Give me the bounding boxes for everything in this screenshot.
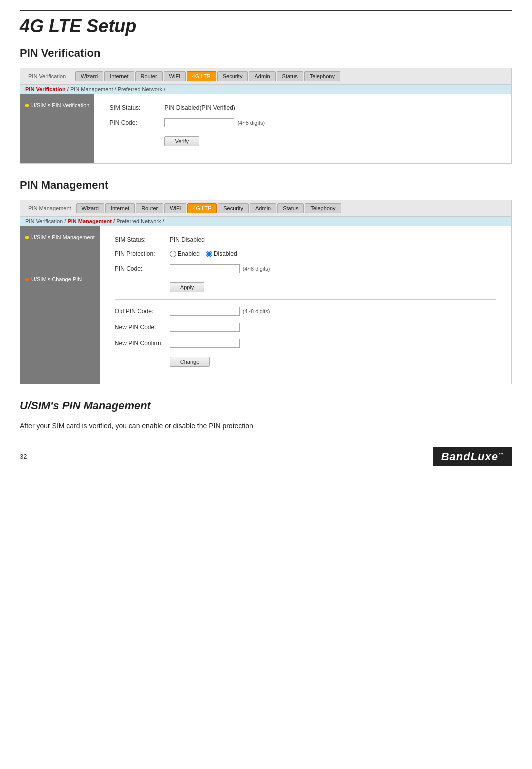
sim-status-row: SIM Status: PIN Disabled(PIN Verified) — [110, 104, 496, 112]
verify-button[interactable]: Verify — [164, 136, 200, 146]
tab-telephony-1[interactable]: Telephony — [304, 72, 340, 82]
sidebar-item-label: U/SIM's PIN Verification — [32, 102, 90, 108]
pin-protection-enabled-text: Enabled — [178, 250, 200, 258]
mgmt-pin-code-label: PIN Code: — [115, 266, 170, 272]
breadcrumb-pin-management[interactable]: PIN Management / — [70, 86, 118, 92]
verify-btn-row: Verify — [110, 134, 496, 146]
mgmt-sim-status-value: PIN Disabled — [170, 236, 205, 244]
pin-code-label: PIN Code: — [110, 120, 164, 126]
tab-internet-1[interactable]: Internet — [104, 72, 134, 82]
page-title: 4G LTE Setup — [20, 16, 512, 37]
old-pin-label: Old PIN Code: — [115, 308, 170, 315]
mgmt-pin-code-input[interactable] — [170, 264, 240, 274]
tab-admin-2[interactable]: Admin — [250, 204, 276, 214]
usim-pin-management-heading: U/SIM's PIN Management — [20, 400, 512, 412]
tab-telephony-2[interactable]: Telephony — [305, 204, 341, 214]
mgmt-sim-status-row: SIM Status: PIN Disabled — [115, 236, 496, 244]
tab-internet-2[interactable]: Internet — [106, 204, 135, 214]
section-pin-verification-title: PIN Verification — [20, 47, 512, 60]
mgmt-pin-protection-label: PIN Protection: — [115, 250, 170, 258]
pin-protection-enabled-label[interactable]: Enabled — [170, 250, 200, 258]
sidebar-item-label-change: U/SIM's Change PIN — [32, 276, 82, 282]
mgmt-pin-code-hint: (4~8 digits) — [243, 266, 270, 272]
pin-management-content: U/SIM's PIN Management U/SIM's Change PI… — [20, 226, 512, 384]
pin-protection-disabled-label[interactable]: Disabled — [206, 250, 238, 258]
tab-wifi-1[interactable]: WiFi — [164, 72, 186, 82]
change-btn-row: Change — [115, 355, 496, 367]
pin-verification-form: SIM Status: PIN Disabled(PIN Verified) P… — [94, 94, 512, 164]
pin-verification-panel: PIN Verification Wizard Internet Router … — [20, 68, 512, 164]
sidebar-item-label-mgmt: U/SIM's PIN Management — [32, 234, 95, 240]
tab-router-1[interactable]: Router — [136, 72, 163, 82]
breadcrumb-preferred-network[interactable]: Preferred Network / — [118, 86, 166, 92]
tab-status-2[interactable]: Status — [278, 204, 304, 214]
pin-code-row: PIN Code: (4~8 digits) — [110, 118, 496, 128]
tab-wizard-1[interactable]: Wizard — [76, 72, 104, 82]
dot-icon — [26, 104, 29, 108]
form-divider — [115, 300, 496, 300]
tab-wifi-2[interactable]: WiFi — [164, 204, 186, 214]
new-pin-confirm-label: New PIN Confirm: — [115, 340, 170, 347]
new-pin-confirm-input[interactable] — [170, 339, 240, 348]
old-pin-input[interactable] — [170, 307, 240, 316]
pin-verification-sidebar: U/SIM's PIN Verification — [20, 94, 94, 164]
pin-management-nav-label: PIN Management — [24, 202, 76, 214]
pin-management-navbar: PIN Management Wizard Internet Router Wi… — [20, 200, 512, 217]
tab-wizard-2[interactable]: Wizard — [76, 204, 104, 214]
tab-router-2[interactable]: Router — [136, 204, 164, 214]
brand-tm: ™ — [498, 452, 504, 457]
new-pin-confirm-row: New PIN Confirm: — [115, 339, 496, 348]
tab-4glte-1[interactable]: 4G LTE — [187, 72, 216, 82]
section-pin-management-title: PIN Management — [20, 179, 512, 192]
sidebar-item-usim-pin-management[interactable]: U/SIM's PIN Management — [20, 232, 100, 244]
new-pin-input[interactable] — [170, 323, 240, 332]
pin-verification-nav-label: PIN Verification — [24, 70, 74, 82]
pin-verification-content: U/SIM's PIN Verification SIM Status: PIN… — [20, 94, 512, 164]
mgmt-pin-code-row: PIN Code: (4~8 digits) — [115, 264, 496, 274]
brand-name: BandLuxe™ — [442, 450, 504, 464]
tab-admin-1[interactable]: Admin — [249, 72, 276, 82]
pin-protection-radio-group: Enabled Disabled — [170, 250, 238, 258]
pin-protection-disabled-radio[interactable] — [206, 251, 212, 258]
breadcrumb-pin-verification[interactable]: PIN Verification / — [26, 86, 69, 92]
new-pin-label: New PIN Code: — [115, 324, 170, 331]
brand-logo: BandLuxe™ — [434, 448, 512, 466]
tab-security-2[interactable]: Security — [218, 204, 249, 214]
pin-protection-enabled-radio[interactable] — [170, 251, 176, 258]
brand-text: BandLuxe — [442, 450, 498, 463]
footer: 32 BandLuxe™ — [20, 448, 512, 466]
old-pin-row: Old PIN Code: (4~8 digits) — [115, 307, 496, 316]
pin-management-panel: PIN Management Wizard Internet Router Wi… — [20, 200, 512, 384]
dot-icon-mgmt — [26, 236, 29, 240]
change-button[interactable]: Change — [170, 357, 210, 367]
page-number: 32 — [20, 453, 27, 460]
mgmt-pin-protection-row: PIN Protection: Enabled Disabled — [115, 250, 496, 258]
apply-btn-row: Apply — [115, 280, 496, 292]
breadcrumb-preferred-network-2[interactable]: Preferred Network / — [116, 218, 164, 224]
tab-security-1[interactable]: Security — [218, 72, 248, 82]
sim-status-label: SIM Status: — [110, 104, 164, 112]
pin-code-input[interactable] — [164, 118, 234, 128]
pin-protection-disabled-text: Disabled — [214, 250, 238, 258]
pin-code-hint: (4~8 digits) — [238, 120, 265, 126]
tab-4glte-2[interactable]: 4G LTE — [188, 204, 217, 214]
sidebar-item-usim-change-pin[interactable]: U/SIM's Change PIN — [20, 274, 100, 286]
pin-management-form: SIM Status: PIN Disabled PIN Protection:… — [100, 226, 512, 384]
paragraph-text: After your SIM card is verified, you can… — [20, 420, 512, 432]
pin-management-breadcrumb: PIN Verification / PIN Management / Pref… — [20, 217, 512, 226]
dot-icon-change — [26, 278, 29, 282]
apply-button[interactable]: Apply — [170, 282, 205, 292]
old-pin-hint: (4~8 digits) — [243, 308, 270, 314]
top-rule — [20, 10, 512, 11]
breadcrumb-pin-verification-2[interactable]: PIN Verification / — [26, 218, 68, 224]
sim-status-value: PIN Disabled(PIN Verified) — [164, 104, 235, 112]
new-pin-row: New PIN Code: — [115, 323, 496, 332]
pin-verification-navbar: PIN Verification Wizard Internet Router … — [20, 68, 512, 85]
sidebar-item-usim-pin-verification[interactable]: U/SIM's PIN Verification — [20, 100, 94, 112]
tab-status-1[interactable]: Status — [277, 72, 304, 82]
pin-verification-breadcrumb: PIN Verification / PIN Management / Pref… — [20, 85, 512, 94]
breadcrumb-pin-management-2[interactable]: PIN Management / — [68, 218, 115, 224]
mgmt-sim-status-label: SIM Status: — [115, 236, 170, 244]
pin-management-sidebar: U/SIM's PIN Management U/SIM's Change PI… — [20, 226, 100, 384]
